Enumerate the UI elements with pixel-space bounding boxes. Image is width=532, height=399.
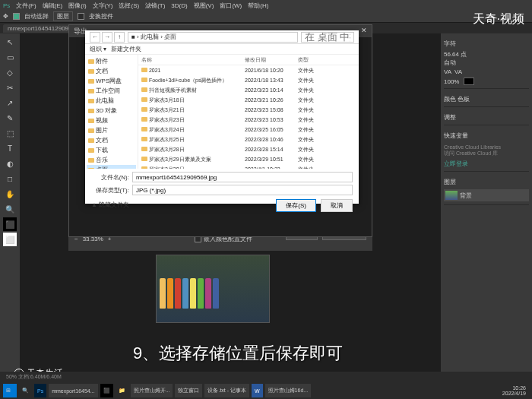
transform-label: 变换控件 [89,12,113,21]
sidebar-item-文档[interactable]: 文档 [87,66,136,76]
folder-icon [88,59,94,64]
file-row[interactable]: 罗家杰3月23日2022/3/23 10:53文件夹 [138,115,359,125]
nav-back-icon[interactable]: ← [90,32,100,43]
marquee-tool[interactable]: ▭ [3,50,17,64]
system-clock[interactable]: 10:26 2022/4/19 [502,385,529,396]
file-row[interactable]: 20212021/6/18 10:20文件夹 [138,65,359,75]
hand-tool[interactable]: ✋ [3,187,17,201]
taskbar-item-3[interactable]: 独立窗口 [175,384,202,397]
taskbar-app-explorer[interactable]: 📁 [116,384,128,397]
menu-filter[interactable]: 滤镜(T) [145,2,165,10]
sidebar-item-下载[interactable]: 下载 [87,145,136,155]
save-button[interactable]: 保存(S) [276,199,316,212]
lib-login-link[interactable]: 立即登录 [444,160,529,168]
file-row[interactable]: Foodie+3dl+cube（ps调色插件）2022/1/18 13:43文件… [138,75,359,85]
type-tool[interactable]: T [3,141,17,155]
taskbar-app-ps[interactable]: Ps [34,384,46,397]
sidebar-item-文档[interactable]: 文档 [87,135,136,145]
cancel-button[interactable]: 取消 [321,199,353,212]
ps-logo: Ps [3,2,10,9]
nav-forward-icon[interactable]: → [102,32,112,43]
crop-tool[interactable]: ✂ [3,81,17,94]
bg-color[interactable]: ⬜ [3,233,17,246]
sidebar-item-工作空间[interactable]: 工作空间 [87,86,136,96]
menu-image[interactable]: 图像(I) [68,2,87,10]
folder-icon [88,158,94,163]
folder-icon [88,148,94,153]
sidebar-item-桌面[interactable]: 桌面 [87,165,136,169]
layer-bg[interactable]: 背景 [460,192,472,200]
search-icon[interactable]: 🔍 [19,384,32,397]
lasso-tool[interactable]: ◇ [3,65,17,79]
export-close-icon[interactable]: ✕ [361,27,367,36]
file-row[interactable]: 罗家杰3月21日2022/3/23 15:08文件夹 [138,105,359,115]
libraries-title: 快速变量 [444,131,529,140]
transform-check[interactable] [78,13,84,20]
start-button[interactable]: ⊞ [3,384,17,397]
taskbar-item-2[interactable]: 照片查山姆开... [131,384,173,397]
layer-dropdown[interactable]: 图层 [53,11,73,21]
menu-help[interactable]: 帮助(H) [248,2,268,10]
filetype-dropdown[interactable] [132,185,353,195]
sidebar-item-音乐[interactable]: 音乐 [87,155,136,165]
file-row[interactable]: 罗家杰3月18日2022/3/21 10:26文件夹 [138,95,359,105]
rectangle-tool[interactable]: □ [3,172,17,185]
move-tool[interactable]: ↖ [3,35,17,49]
taskbar-item-4[interactable]: 设备.txt - 记事本 [204,384,249,397]
menu-edit[interactable]: 编辑(E) [43,2,63,10]
sidebar-item-图片[interactable]: 图片 [87,125,136,135]
clone-tool[interactable]: ⬚ [3,126,17,140]
right-panels: 字符 56.64 点 自动 VA VA 100% 颜色 色板 调整 快速变量 C… [441,33,532,387]
col-type[interactable]: 类型 [298,56,328,64]
filename-input[interactable] [132,172,353,182]
menu-view[interactable]: 视图(V) [194,2,214,10]
file-row[interactable]: 罗家杰3月28日2022/3/28 15:14文件夹 [138,144,359,154]
menu-select[interactable]: 选择(S) [119,2,139,10]
col-date[interactable]: 修改日期 [245,56,298,64]
text-color-swatch[interactable] [464,78,474,85]
folder-icon [141,127,147,131]
kerning[interactable]: VA [444,68,451,75]
sidebar-item-视频[interactable]: 视频 [87,116,136,125]
folder-icon [88,138,94,143]
tracking[interactable]: VA [454,68,462,75]
organize-menu[interactable]: 组织 ▾ [90,45,106,53]
folder-icon [141,87,147,92]
font-size[interactable]: 56.64 点 [444,50,529,59]
zoom-tool[interactable]: 🔍 [3,202,17,216]
menu-text[interactable]: 文字(Y) [93,2,113,10]
taskbar-item-1[interactable]: mmexport16454... [49,384,97,397]
file-row[interactable]: 罗家杰3月30日2022/4/1 10:23文件夹 [138,164,359,169]
sidebar-item-WPS网盘[interactable]: WPS网盘 [87,76,136,86]
layer-thumb[interactable] [445,191,458,200]
sidebar-item-此电脑[interactable]: 此电脑 [87,96,136,106]
folder-sidebar: 附件文档WPS网盘工作空间此电脑3D 对象视频图片文档下载音乐桌面 [85,55,138,169]
taskbar-app-word[interactable]: W [252,384,263,397]
search-input[interactable] [301,32,354,43]
taskbar-item-5[interactable]: 照片查山姆16d... [265,384,312,397]
char-panel-title: 字符 [444,40,529,48]
menu-window[interactable]: 窗口(W) [220,2,242,10]
sidebar-item-附件[interactable]: 附件 [87,56,136,66]
hide-folders-link[interactable]: ▲ 隐藏文件夹 [91,201,129,209]
file-row[interactable]: 罗家杰3月25日2022/3/28 10:46文件夹 [138,135,359,144]
file-row[interactable]: 罗家杰3月24日2022/3/25 16:05文件夹 [138,125,359,135]
col-name[interactable]: 名称 [138,56,245,64]
nav-up-icon[interactable]: ↑ [114,32,125,43]
file-row[interactable]: 罗家杰3月29日素菜及文案2022/3/29 10:51文件夹 [138,154,359,164]
shape-tool[interactable]: ◐ [3,157,17,170]
menu-file[interactable]: 文件(F) [16,2,36,10]
bottle [198,278,204,309]
auto-select-check[interactable] [13,13,20,20]
sidebar-item-3D 对象[interactable]: 3D 对象 [87,106,136,116]
leading[interactable]: 自动 [444,59,529,67]
eyedropper-tool[interactable]: ↗ [3,96,17,109]
new-folder-button[interactable]: 新建文件夹 [111,45,141,53]
auto-select-label: 自动选择 [24,12,49,21]
brush-tool[interactable]: ✎ [3,111,17,125]
taskbar-app-capcut[interactable]: ⬛ [100,384,113,397]
fg-color[interactable]: ⬛ [3,217,17,231]
menu-3d[interactable]: 3D(D) [171,2,187,9]
file-row[interactable]: 抖音短视频手机素材2022/3/23 10:14文件夹 [138,85,359,95]
address-bar[interactable]: ■ › 此电脑 › 桌面 [128,32,298,43]
